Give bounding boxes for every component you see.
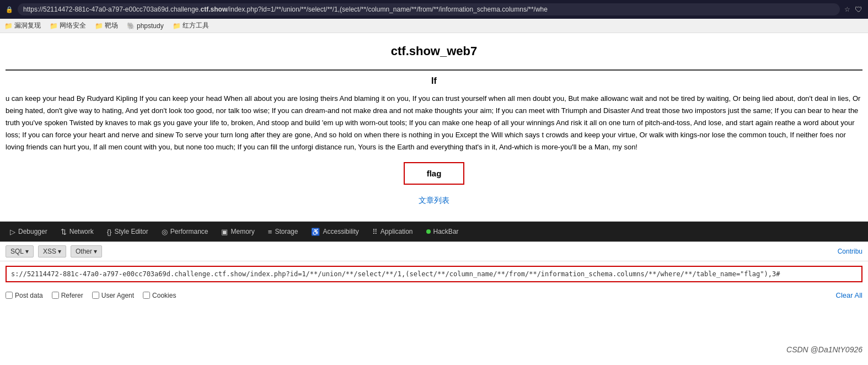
tab-application[interactable]: ⠿ Application xyxy=(367,224,419,239)
network-icon: ⇅ xyxy=(61,228,67,236)
bookmarks-bar: 📁 漏洞复现 📁 网络安全 📁 靶场 🐘 phpstudy 📁 红方工具 xyxy=(0,19,868,33)
performance-icon: ◎ xyxy=(162,228,168,236)
hackbar-toolbar: SQL ▾ XSS ▾ Other ▾ Contribu xyxy=(0,242,868,261)
folder-icon-2: 📁 xyxy=(50,22,58,30)
tab-memory-label: Memory xyxy=(231,228,254,235)
page-divider xyxy=(6,69,862,71)
bookmark-netsec[interactable]: 📁 网络安全 xyxy=(50,21,86,30)
devtools-bar: ▷ Debugger ⇅ Network {} Style Editor ◎ P… xyxy=(0,222,868,241)
folder-icon-4: 📁 xyxy=(173,22,181,30)
xss-label: XSS xyxy=(43,248,56,255)
cookies-label: Cookies xyxy=(152,292,176,299)
post-data-label: Post data xyxy=(15,292,43,299)
other-dropdown-icon: ▾ xyxy=(94,248,97,255)
tab-debugger-label: Debugger xyxy=(18,228,47,235)
tab-network[interactable]: ⇅ Network xyxy=(55,224,99,239)
bookmark-redteam-label: 红方工具 xyxy=(183,21,209,30)
post-data-check: Post data xyxy=(6,292,43,299)
hackbar-area: SQL ▾ XSS ▾ Other ▾ Contribu Post data R… xyxy=(0,241,868,304)
tab-accessibility-label: Accessibility xyxy=(323,228,358,235)
poem-text: u can keep your head By Rudyard Kipling … xyxy=(0,93,868,153)
tab-style-editor-label: Style Editor xyxy=(114,228,148,235)
shield-icon: 🛡 xyxy=(855,5,862,14)
bookmark-redteam[interactable]: 📁 红方工具 xyxy=(173,21,209,30)
hackbar-checks: Post data Referer User Agent Cookies xyxy=(6,292,176,299)
tab-application-label: Application xyxy=(381,228,413,235)
url-text: https://52114472-881c-47a0-a797-e00cc703… xyxy=(23,6,548,13)
php-icon: 🐘 xyxy=(127,22,135,30)
clear-all-button[interactable]: Clear All xyxy=(836,291,862,299)
flag-button[interactable]: flag xyxy=(404,162,465,185)
application-icon: ⠿ xyxy=(372,228,378,236)
hackbar-url-area xyxy=(0,261,868,287)
style-editor-icon: {} xyxy=(107,228,112,236)
tab-storage-label: Storage xyxy=(275,228,298,235)
hackbar-dot-icon xyxy=(426,229,431,234)
page-subtitle: If xyxy=(0,76,868,86)
tab-performance[interactable]: ◎ Performance xyxy=(156,224,214,239)
tab-debugger[interactable]: ▷ Debugger xyxy=(4,224,53,239)
bookmark-target-label: 靶场 xyxy=(105,21,118,30)
post-data-checkbox[interactable] xyxy=(6,292,13,299)
folder-icon-3: 📁 xyxy=(95,22,103,30)
xss-button[interactable]: XSS ▾ xyxy=(38,245,66,257)
debugger-icon: ▷ xyxy=(10,228,15,236)
bookmark-vuln[interactable]: 📁 漏洞复现 xyxy=(4,21,41,30)
contribute-link[interactable]: Contribu xyxy=(838,248,862,255)
referer-checkbox[interactable] xyxy=(52,292,59,299)
tab-style-editor[interactable]: {} Style Editor xyxy=(101,224,154,239)
referer-check: Referer xyxy=(52,292,83,299)
tab-hackbar-label: HackBar xyxy=(433,228,459,235)
folder-icon: 📁 xyxy=(4,22,13,30)
tab-network-label: Network xyxy=(69,228,94,235)
xss-dropdown-icon: ▾ xyxy=(58,248,61,255)
tab-performance-label: Performance xyxy=(170,228,208,235)
bookmark-netsec-label: 网络安全 xyxy=(60,21,86,30)
hackbar-url-input[interactable] xyxy=(6,266,862,282)
accessibility-icon: ♿ xyxy=(311,228,320,236)
hackbar-bottom: Post data Referer User Agent Cookies Cle… xyxy=(0,287,868,304)
user-agent-check: User Agent xyxy=(92,292,134,299)
lock-icon: 🔒 xyxy=(6,6,13,13)
url-bold: ctf.show xyxy=(201,6,228,13)
other-label: Other xyxy=(76,248,92,255)
article-link[interactable]: 文章列表 xyxy=(0,196,868,206)
sql-button[interactable]: SQL ▾ xyxy=(6,245,34,257)
cookies-check: Cookies xyxy=(143,292,176,299)
flag-button-wrapper: flag xyxy=(0,162,868,185)
bookmark-phpstudy-label: phpstudy xyxy=(137,22,164,30)
other-button[interactable]: Other ▾ xyxy=(71,245,102,257)
user-agent-checkbox[interactable] xyxy=(92,292,99,299)
page-content: ctf.show_web7 If u can keep your head By… xyxy=(0,33,868,222)
sql-dropdown-icon: ▾ xyxy=(25,248,29,255)
bookmark-phpstudy[interactable]: 🐘 phpstudy xyxy=(127,22,164,30)
address-bar[interactable]: https://52114472-881c-47a0-a797-e00cc703… xyxy=(18,3,840,15)
tab-storage[interactable]: ≡ Storage xyxy=(262,224,304,239)
bookmark-vuln-label: 漏洞复现 xyxy=(14,21,41,30)
user-agent-label: User Agent xyxy=(101,292,134,299)
page-title: ctf.show_web7 xyxy=(0,44,868,58)
tab-hackbar[interactable]: HackBar xyxy=(421,224,464,239)
memory-icon: ▣ xyxy=(221,228,228,236)
bookmark-target[interactable]: 📁 靶场 xyxy=(95,21,118,30)
tab-memory[interactable]: ▣ Memory xyxy=(216,224,260,239)
cookies-checkbox[interactable] xyxy=(143,292,150,299)
sql-label: SQL xyxy=(10,248,24,255)
referer-label: Referer xyxy=(61,292,83,299)
tab-accessibility[interactable]: ♿ Accessibility xyxy=(306,224,364,239)
storage-icon: ≡ xyxy=(268,228,272,236)
bookmark-star-icon[interactable]: ☆ xyxy=(844,6,850,13)
browser-chrome: 🔒 https://52114472-881c-47a0-a797-e00cc7… xyxy=(0,0,868,19)
